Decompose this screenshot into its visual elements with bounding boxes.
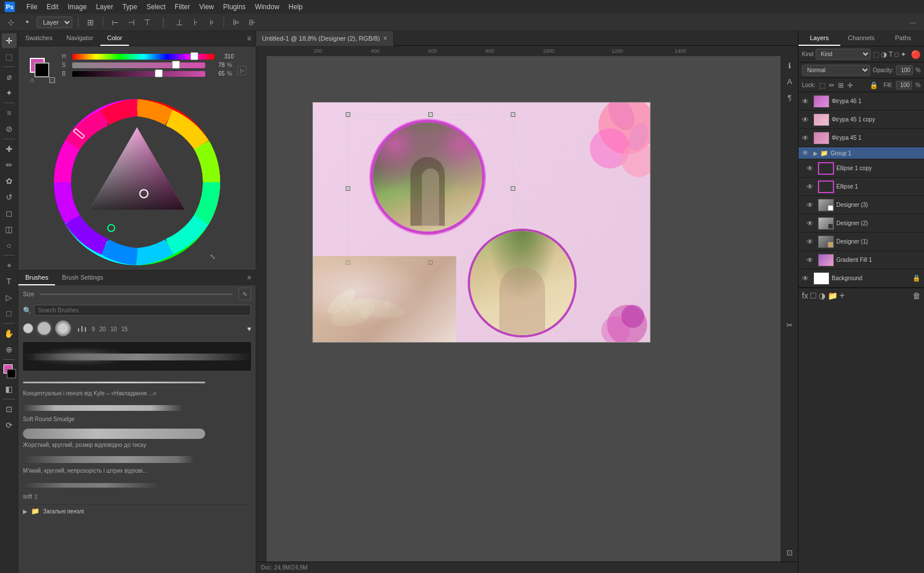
add-style-btn[interactable]: fx [802,291,808,300]
zoom-tool[interactable]: ⊕ [2,342,17,357]
gradient-tool[interactable]: ◫ [2,222,17,237]
artboard-tool[interactable]: ⊡ [783,545,797,559]
brush-group-general[interactable]: ▶ 📁 Загальні пензлі [23,504,251,517]
align-right-icon[interactable]: ⊤ [141,16,154,29]
layer-vis-grad[interactable]: 👁 [806,256,816,264]
layer-gradient[interactable]: 👁 Gradient Fill 1 [798,251,924,269]
brush-favorite-icon[interactable]: ♥ [247,325,251,333]
menu-image[interactable]: Image [68,3,87,11]
layer-vis-figra45copy[interactable]: 👁 [802,116,811,124]
path-select-tool[interactable]: ▷ [2,290,17,305]
lasso-tool[interactable]: ⌀ [2,69,17,84]
distribute-h-icon[interactable]: ⊫ [230,16,242,29]
rotate-btn[interactable]: ⟳ [2,418,17,433]
layer-background[interactable]: 👁 Background 🔒 [798,269,924,288]
align-bottom-icon[interactable]: ⊧ [205,16,218,29]
brush-size-edit-btn[interactable]: ✎ [238,288,251,300]
pen-tool[interactable]: ⌖ [2,258,17,273]
secondary-selector[interactable] [108,225,115,231]
canvas-tab-untitled[interactable]: Untitled-1 @ 18,8% (Designer (2), RGB/8)… [256,31,394,46]
layer-ellipse1copy[interactable]: 👁 Ellipse 1 copy [798,159,924,178]
menu-window[interactable]: Window [255,3,280,11]
blend-mode-select[interactable]: Normal [802,65,870,76]
align-top-icon[interactable]: ⊥ [173,16,186,29]
lock-position-btn[interactable]: ✛ [847,81,853,89]
canvas-viewport[interactable]: ℹ A ¶ ✂ ⊡ [267,56,798,562]
sat-value[interactable]: 78 [207,62,225,68]
tab-color[interactable]: Color [100,31,129,46]
paragraph-tool[interactable]: ¶ [783,91,797,104]
layer-ellipse1[interactable]: 👁 Ellipse 1 [798,178,924,196]
transform-controls-icon[interactable]: ⊞ [84,16,97,29]
lock-paint-btn[interactable]: ✏ [829,81,835,89]
layer-designer2[interactable]: 👁 Designer (2) [798,214,924,233]
menu-plugins[interactable]: Plugins [223,3,245,11]
brush-preset-1[interactable] [23,323,33,335]
new-group-btn[interactable]: 📁 [828,291,837,300]
type-tool[interactable]: T [2,274,17,289]
brush-preset-3[interactable] [55,320,71,337]
move-tool[interactable]: ✛ [2,33,17,48]
layer-figra45copy[interactable]: 👁 Фігура 45 1 copy [798,111,924,129]
magic-wand-tool[interactable]: ✦ [2,85,17,100]
clone-stamp-tool[interactable]: ✿ [2,174,17,189]
expand-color-icon[interactable]: ▷ [237,66,246,75]
group1-arrow[interactable]: ▶ [813,150,818,156]
layer-select[interactable]: Layer [37,17,72,28]
filter-adj-icon[interactable]: ◑ [881,50,887,58]
brush-preset-2[interactable] [38,322,50,336]
color-triangle[interactable] [89,127,185,231]
scissors-tool[interactable]: ✂ [783,318,797,332]
layer-vis-d2[interactable]: 👁 [806,219,816,227]
brush-item-soft-opacity[interactable]: М'який, круглий, непрозорість і штрих ві… [23,453,251,474]
brush-item-soft-smiley[interactable]: soft :( [23,478,251,500]
lock-all-btn[interactable]: 🔒 [870,81,878,89]
hue-thumb[interactable] [190,52,198,60]
quick-mask-tool[interactable]: ◧ [2,382,17,397]
dodge-tool[interactable]: ○ [2,238,17,253]
new-layer-btn[interactable]: + [840,291,845,301]
menu-type[interactable]: Type [122,3,137,11]
filter-pixel-icon[interactable]: ⬚ [873,50,879,58]
brush-item-soft-round[interactable]: Soft Round Smudge [23,401,251,422]
kind-select[interactable]: Kind [816,49,871,60]
spot-healing-tool[interactable]: ✚ [2,142,17,156]
background-color[interactable] [7,369,16,378]
menu-filter[interactable]: Filter [175,3,190,11]
layer-vis-e1c[interactable]: 👁 [806,164,816,172]
layer-designer3[interactable]: 👁 Designer (3) [798,196,924,214]
background-swatch[interactable] [34,62,49,77]
fill-input[interactable] [896,81,912,89]
menu-file[interactable]: File [26,3,37,11]
panel-options-icon[interactable]: ≡ [242,31,256,46]
lock-artboard-btn[interactable]: ⊞ [838,81,844,89]
shape-tool[interactable]: □ [2,306,17,321]
align-center-v-icon[interactable]: ⊦ [189,16,202,29]
move-tool-icon[interactable]: ⊹ [5,16,17,29]
menu-view[interactable]: View [199,3,214,11]
menu-select[interactable]: Select [146,3,165,11]
brush-item-hard-round[interactable]: Жорсткий, круглий, розмір відповідно до … [23,427,251,448]
bright-slider[interactable] [72,71,205,77]
tab-channels[interactable]: Channels [840,31,882,46]
tab-navigator[interactable]: Navigator [60,31,100,46]
distribute-v-icon[interactable]: ⊪ [246,16,259,29]
opacity-input[interactable] [896,65,913,75]
info-tool[interactable]: ℹ [783,58,797,72]
expand-wheel-icon[interactable]: ⤡ [210,253,216,261]
foreground-background-colors[interactable] [0,362,18,380]
crop-tool[interactable]: ⌗ [2,105,17,120]
sat-thumb[interactable] [172,61,180,69]
menu-layer[interactable]: Layer [96,3,113,11]
hand-tool[interactable]: ✋ [2,326,17,341]
layer-vis-e1[interactable]: 👁 [806,183,816,191]
layer-figra46[interactable]: 👁 Фігура 46 1 [798,92,924,111]
layer-figra451[interactable]: 👁 Фігура 45 1 [798,129,924,147]
layer-vis-d1[interactable]: 👁 [806,238,816,246]
hue-value[interactable]: 310 [217,53,234,60]
tab-brush-settings[interactable]: Brush Settings [55,270,110,285]
layer-vis-group1[interactable]: 👁 [802,149,811,157]
tab-layers[interactable]: Layers [798,31,840,46]
eraser-tool[interactable]: ◻ [2,206,17,221]
layer-vis-figra46[interactable]: 👁 [802,97,811,105]
